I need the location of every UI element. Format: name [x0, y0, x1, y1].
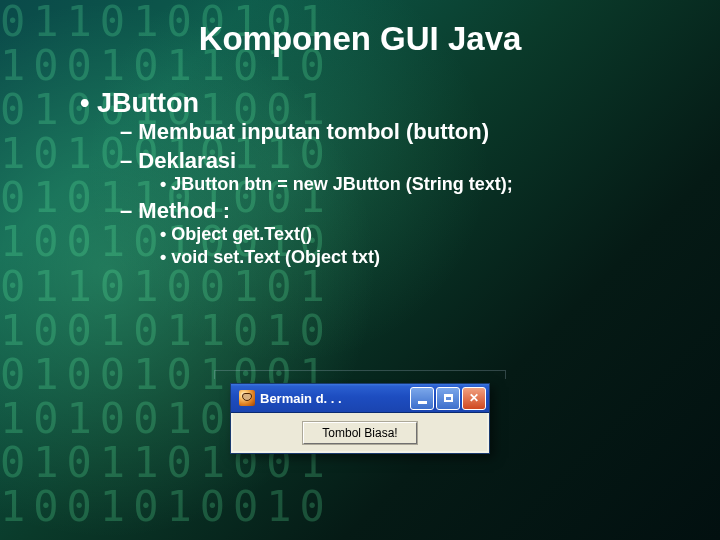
window-title: Bermain d. . . — [260, 391, 408, 406]
slide-title: Komponen GUI Java — [50, 20, 670, 58]
java-icon — [239, 390, 255, 406]
java-window: Bermain d. . . ✕ Tombol Biasa! — [230, 383, 490, 454]
bullet-text: JButton btn = new JButton (String text); — [171, 174, 512, 194]
minimize-button[interactable] — [410, 387, 434, 410]
bullet-text: Method : — [138, 198, 230, 223]
faint-outline — [214, 370, 506, 379]
bullet-l2: Deklarasi JButton btn = new JButton (Str… — [120, 148, 670, 195]
slide: 0110100101 1001011010 0100101001 1010010… — [0, 0, 720, 540]
bullet-text: Object get.Text() — [171, 224, 312, 244]
bullet-text: void set.Text (Object txt) — [171, 247, 380, 267]
bullet-l2: Membuat inputan tombol (button) — [120, 119, 670, 145]
bullet-l2: Method : Object get.Text() void set.Text… — [120, 198, 670, 268]
minimize-icon — [418, 401, 427, 404]
bullet-text: Membuat inputan tombol (button) — [138, 119, 489, 144]
close-button[interactable]: ✕ — [462, 387, 486, 410]
window-body: Tombol Biasa! — [231, 413, 489, 453]
bullet-l3: JButton btn = new JButton (String text); — [160, 174, 670, 195]
bullet-l3: Object get.Text() — [160, 224, 670, 245]
maximize-icon — [444, 394, 453, 402]
bullet-text: Deklarasi — [138, 148, 236, 173]
bullet-l1: JButton Membuat inputan tombol (button) … — [80, 88, 670, 268]
slide-content: Komponen GUI Java JButton Membuat inputa… — [0, 0, 720, 540]
bullet-text: JButton — [97, 88, 199, 118]
maximize-button[interactable] — [436, 387, 460, 410]
bullet-l3: void set.Text (Object txt) — [160, 247, 670, 268]
close-icon: ✕ — [469, 391, 479, 405]
titlebar[interactable]: Bermain d. . . ✕ — [231, 384, 489, 413]
jbutton-demo[interactable]: Tombol Biasa! — [303, 422, 416, 444]
